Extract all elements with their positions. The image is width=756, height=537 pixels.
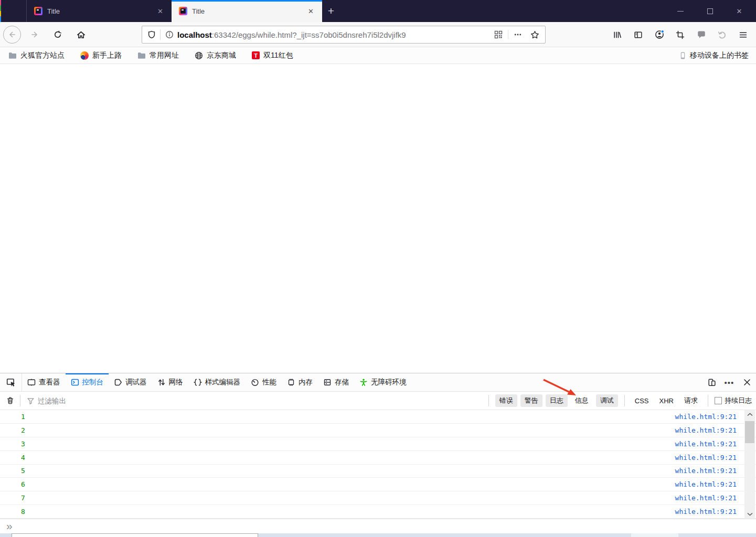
devtools-menu-button[interactable]: ••• [720, 373, 738, 391]
menu-button[interactable] [734, 25, 752, 44]
browser-tab-1[interactable]: Title ✕ [26, 0, 172, 22]
account-icon [655, 30, 664, 39]
bookmark-jingdong[interactable]: 京东商城 [194, 49, 237, 62]
screen-edge-strip [0, 0, 1, 22]
devtools-tab-accessibility[interactable]: 无障碍环境 [354, 373, 412, 391]
log-source-link[interactable]: while.html:9:21 [675, 454, 737, 461]
back-button[interactable] [3, 26, 21, 44]
log-source-link[interactable]: while.html:9:21 [675, 413, 737, 421]
log-source-link[interactable]: while.html:9:21 [675, 440, 737, 448]
close-icon: ✕ [737, 7, 742, 15]
inspector-icon [27, 378, 36, 386]
comment-extension-button[interactable] [693, 25, 710, 44]
mobile-bookmarks[interactable]: 移动设备上的书签 [679, 47, 749, 64]
console-input-row[interactable]: » [0, 519, 756, 533]
devtools-tab-performance[interactable]: 性能 [246, 373, 282, 391]
qr-code-page-action-icon[interactable] [491, 27, 506, 42]
devtools-tab-label: 内存 [299, 378, 313, 387]
log-value: 5 [21, 467, 25, 475]
tab-close-icon[interactable]: ✕ [154, 6, 166, 16]
browser-titlebar: Title ✕ Title ✕ + ✕ [0, 0, 756, 22]
log-value: 6 [21, 480, 25, 488]
log-source-link[interactable]: while.html:9:21 [675, 494, 737, 502]
log-source-link[interactable]: while.html:9:21 [675, 426, 737, 434]
accessibility-person-icon [359, 378, 368, 386]
element-picker-button[interactable] [0, 373, 22, 391]
filter-toggle-debug[interactable]: 调试 [596, 394, 618, 407]
console-prompt-icon: » [6, 520, 13, 531]
devtools-tab-memory[interactable]: 内存 [282, 373, 318, 391]
browser-tab-2-active[interactable]: Title ✕ [172, 0, 322, 22]
undo-extension-button[interactable] [714, 25, 731, 44]
close-icon [743, 379, 751, 386]
bookmark-star-icon[interactable] [527, 27, 542, 42]
forward-button[interactable] [25, 25, 44, 44]
devtools-tab-network[interactable]: 网络 [152, 373, 188, 391]
site-info-icon[interactable] [161, 30, 177, 39]
maximize-button[interactable] [695, 0, 725, 22]
url-text[interactable]: localhost:63342/eggs/while.html?_ijt=ss7… [177, 30, 491, 39]
page-action-separator [508, 30, 508, 39]
bookmark-folder-changyong[interactable]: 常用网址 [136, 49, 180, 62]
account-button[interactable] [651, 25, 668, 44]
tab-close-icon[interactable]: ✕ [305, 6, 317, 16]
bookmark-shuang11[interactable]: T 双11红包 [251, 49, 294, 62]
filter-output-input[interactable] [38, 397, 485, 405]
filter-toggle-errors[interactable]: 错误 [495, 394, 517, 407]
log-source-link[interactable]: while.html:9:21 [675, 467, 737, 475]
console-log-row: 6while.html:9:21 [0, 478, 756, 491]
persist-logs-checkbox[interactable] [715, 397, 722, 404]
log-value: 3 [21, 440, 25, 448]
devtools-tab-console[interactable]: 控制台 [66, 373, 109, 391]
minimize-button[interactable] [666, 0, 695, 22]
log-value: 1 [21, 413, 25, 421]
clear-console-button[interactable] [0, 392, 20, 410]
scroll-up-icon[interactable] [744, 410, 755, 419]
screenshot-button[interactable] [672, 25, 689, 44]
sidebars-button[interactable] [630, 25, 647, 44]
group-separator [708, 395, 708, 406]
group-separator [488, 395, 489, 406]
scrollbar-thumb[interactable] [745, 421, 754, 443]
bookmark-label: 常用网址 [150, 51, 179, 60]
intellij-favicon [179, 7, 187, 15]
reload-button[interactable] [48, 25, 67, 44]
page-actions-menu-icon[interactable] [510, 27, 525, 42]
library-button[interactable] [609, 25, 626, 44]
devtools-tab-debugger[interactable]: 调试器 [109, 373, 152, 391]
bookmark-folder-huohu[interactable]: 火狐官方站点 [7, 49, 66, 62]
console-log-row: 2while.html:9:21 [0, 424, 756, 437]
log-source-link[interactable]: while.html:9:21 [675, 508, 737, 515]
intellij-favicon [34, 7, 42, 15]
devtools-tab-style-editor[interactable]: 样式编辑器 [188, 373, 246, 391]
log-value: 8 [21, 508, 25, 515]
log-source-link[interactable]: while.html:9:21 [675, 480, 737, 488]
home-button[interactable] [71, 25, 90, 44]
log-value: 7 [21, 494, 25, 502]
filter-toggle-xhr[interactable]: XHR [656, 395, 677, 406]
tab-strip: Title ✕ Title ✕ + [26, 0, 340, 22]
filter-toggle-warnings[interactable]: 警告 [520, 394, 542, 407]
devtools-close-button[interactable] [738, 373, 756, 391]
new-tab-button[interactable]: + [322, 0, 340, 22]
element-picker-icon [6, 378, 16, 387]
console-scrollbar[interactable] [744, 410, 755, 519]
back-icon [8, 30, 16, 39]
library-icon [613, 30, 622, 39]
url-bar[interactable]: localhost:63342/eggs/while.html?_ijt=ss7… [142, 26, 546, 44]
mobile-bookmarks-label: 移动设备上的书签 [690, 51, 749, 60]
filter-toggle-requests[interactable]: 请求 [680, 394, 701, 407]
devtools-tab-inspector[interactable]: 查看器 [22, 373, 66, 391]
filter-toggle-info[interactable]: 信息 [571, 394, 593, 407]
close-window-button[interactable]: ✕ [725, 0, 754, 22]
bookmark-xinshou[interactable]: 新手上路 [79, 49, 123, 62]
filter-toggle-logs[interactable]: 日志 [546, 394, 568, 407]
scroll-down-icon[interactable] [744, 510, 755, 519]
persist-logs-label: 持续日志 [725, 396, 752, 405]
braces-icon [194, 378, 202, 386]
persist-logs-control[interactable]: 持续日志 [715, 396, 752, 405]
tracking-shield-icon[interactable] [142, 30, 160, 39]
filter-toggle-css[interactable]: CSS [631, 395, 653, 406]
devtools-tab-storage[interactable]: 存储 [318, 373, 354, 391]
responsive-design-button[interactable] [702, 373, 720, 391]
